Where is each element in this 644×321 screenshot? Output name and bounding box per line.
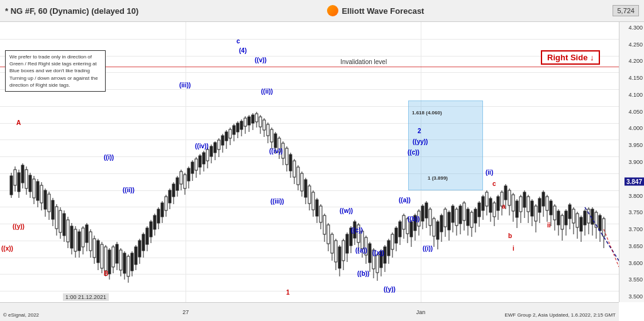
svg-rect-83 bbox=[165, 197, 167, 210]
svg-rect-165 bbox=[319, 206, 322, 222]
price-button[interactable]: 5,724 bbox=[613, 5, 639, 16]
svg-rect-249 bbox=[478, 203, 480, 217]
svg-rect-259 bbox=[497, 197, 499, 210]
svg-rect-141 bbox=[274, 134, 277, 148]
svg-rect-9 bbox=[25, 170, 28, 188]
svg-rect-45 bbox=[93, 239, 96, 258]
svg-rect-193 bbox=[372, 250, 375, 269]
svg-rect-131 bbox=[255, 114, 258, 122]
price-4250: 4.250 bbox=[628, 41, 643, 48]
svg-rect-221 bbox=[425, 203, 428, 218]
svg-rect-121 bbox=[236, 123, 239, 132]
svg-rect-267 bbox=[512, 195, 514, 211]
svg-rect-13 bbox=[33, 179, 35, 198]
svg-rect-3 bbox=[14, 170, 16, 185]
svg-rect-75 bbox=[150, 222, 152, 237]
svg-rect-215 bbox=[414, 215, 416, 231]
svg-rect-171 bbox=[331, 234, 333, 253]
svg-rect-19 bbox=[44, 190, 47, 209]
svg-rect-209 bbox=[402, 215, 405, 229]
right-side-label: Right Side ↓ bbox=[547, 53, 594, 62]
time-27: 27 bbox=[182, 309, 189, 315]
svg-rect-275 bbox=[527, 197, 530, 212]
chart-container: * NG #F, 60 (Dynamic) (delayed 10) Ellio… bbox=[0, 0, 644, 321]
svg-rect-295 bbox=[565, 211, 567, 225]
svg-rect-291 bbox=[557, 211, 560, 225]
svg-rect-127 bbox=[248, 117, 250, 125]
svg-rect-39 bbox=[82, 228, 84, 247]
ewf-info: EWF Group 2, Asia Updated, 1.6.2022, 2:1… bbox=[504, 312, 616, 318]
svg-rect-217 bbox=[418, 211, 420, 226]
svg-rect-161 bbox=[312, 192, 314, 210]
logo-text: Elliott Wave Forecast bbox=[341, 6, 424, 16]
svg-rect-7 bbox=[21, 165, 24, 183]
svg-rect-15 bbox=[36, 182, 39, 200]
price-3600: 3.600 bbox=[628, 260, 643, 266]
info-text: We prefer to trade only in direction of … bbox=[9, 54, 98, 88]
price-4200: 4.200 bbox=[628, 58, 643, 64]
svg-rect-163 bbox=[316, 200, 318, 216]
chart-header: * NG #F, 60 (Dynamic) (delayed 10) Ellio… bbox=[0, 0, 644, 22]
logo-icon bbox=[327, 5, 338, 16]
blue-box bbox=[408, 101, 482, 190]
svg-rect-213 bbox=[410, 222, 413, 237]
price-axis: 4.300 4.250 4.200 4.150 4.100 4.050 4.00… bbox=[619, 22, 644, 302]
svg-rect-261 bbox=[501, 192, 503, 206]
svg-rect-149 bbox=[289, 155, 292, 171]
svg-rect-133 bbox=[259, 117, 262, 127]
svg-rect-107 bbox=[210, 146, 213, 156]
svg-rect-229 bbox=[440, 215, 443, 232]
svg-rect-167 bbox=[323, 215, 326, 234]
svg-rect-157 bbox=[304, 180, 307, 197]
svg-rect-299 bbox=[572, 209, 575, 223]
price-3550: 3.550 bbox=[628, 276, 643, 283]
svg-rect-293 bbox=[561, 215, 564, 229]
timestamp: 1:00 21.12.2021 bbox=[63, 293, 109, 301]
current-price: 3.847 bbox=[625, 178, 644, 186]
svg-rect-203 bbox=[391, 234, 394, 249]
svg-rect-285 bbox=[546, 197, 548, 210]
price-3650: 3.650 bbox=[628, 243, 643, 249]
svg-rect-309 bbox=[591, 209, 594, 224]
svg-rect-289 bbox=[553, 206, 556, 220]
svg-rect-199 bbox=[384, 247, 386, 263]
svg-rect-23 bbox=[52, 200, 54, 219]
svg-rect-265 bbox=[508, 190, 511, 205]
svg-rect-67 bbox=[135, 247, 137, 264]
svg-rect-303 bbox=[580, 217, 582, 231]
svg-rect-251 bbox=[482, 197, 484, 210]
svg-rect-263 bbox=[504, 186, 507, 200]
svg-rect-93 bbox=[184, 175, 186, 188]
svg-rect-113 bbox=[221, 136, 224, 145]
svg-rect-191 bbox=[369, 244, 371, 263]
svg-rect-269 bbox=[516, 201, 518, 217]
svg-rect-211 bbox=[406, 219, 409, 234]
svg-rect-29 bbox=[63, 214, 65, 236]
svg-rect-111 bbox=[218, 140, 220, 150]
svg-rect-79 bbox=[157, 209, 160, 223]
svg-rect-101 bbox=[199, 156, 201, 167]
svg-rect-11 bbox=[29, 175, 31, 192]
svg-rect-87 bbox=[172, 184, 175, 197]
svg-rect-63 bbox=[127, 256, 130, 276]
svg-rect-271 bbox=[519, 197, 522, 212]
svg-rect-65 bbox=[131, 253, 133, 271]
svg-rect-257 bbox=[493, 203, 496, 217]
svg-rect-143 bbox=[278, 138, 280, 152]
price-3950: 3.950 bbox=[628, 142, 643, 148]
price-3750: 3.750 bbox=[628, 209, 643, 215]
svg-rect-51 bbox=[104, 247, 107, 271]
svg-rect-207 bbox=[399, 222, 401, 237]
svg-rect-21 bbox=[48, 194, 50, 212]
svg-rect-77 bbox=[153, 215, 156, 229]
svg-rect-315 bbox=[602, 219, 605, 236]
chart-title: * NG #F, 60 (Dynamic) (delayed 10) bbox=[5, 6, 138, 16]
svg-rect-243 bbox=[467, 209, 469, 226]
svg-rect-307 bbox=[587, 209, 590, 223]
svg-line-317 bbox=[604, 229, 619, 267]
svg-rect-41 bbox=[86, 225, 88, 242]
svg-rect-91 bbox=[180, 171, 182, 184]
svg-rect-85 bbox=[169, 190, 171, 203]
time-axis: 27 Jan bbox=[0, 302, 619, 321]
price-4150: 4.150 bbox=[628, 75, 643, 81]
